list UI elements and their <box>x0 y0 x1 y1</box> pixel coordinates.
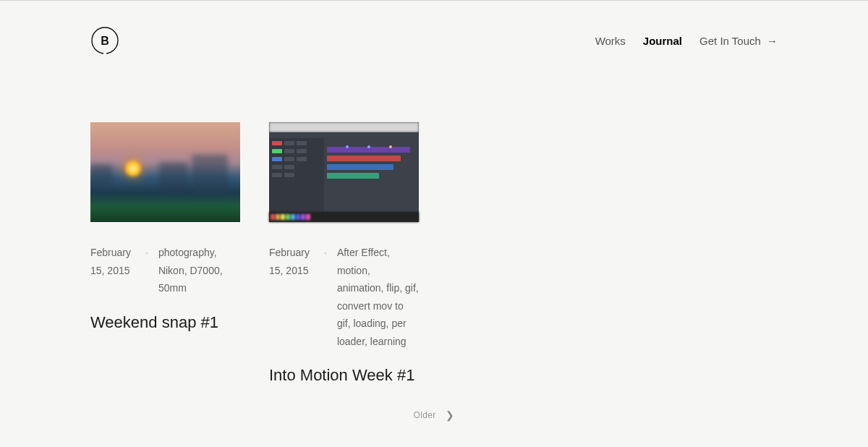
site-header: B Works Journal Get In Touch → <box>0 1 868 80</box>
pagination: Older ❯ <box>0 409 868 421</box>
post-date: February 15, 2015 <box>269 244 314 350</box>
arrow-right-icon: → <box>767 35 778 47</box>
post-date: February 15, 2015 <box>90 244 135 297</box>
thumb-shape <box>269 122 419 132</box>
page: B Works Journal Get In Touch → February … <box>0 0 868 447</box>
post-thumbnail[interactable] <box>269 122 419 222</box>
primary-nav: Works Journal Get In Touch → <box>595 35 778 47</box>
post-meta: February 15, 2015 · photography, Nikon, … <box>90 244 240 297</box>
thumb-shape <box>269 138 324 212</box>
post-tags: photography, Nikon, D7000, 50mm <box>158 244 240 297</box>
site-logo[interactable]: B <box>90 26 119 55</box>
logo-letter: B <box>101 35 109 47</box>
post-title[interactable]: Into Motion Week #1 <box>269 365 419 387</box>
chevron-right-icon[interactable]: ❯ <box>446 409 454 421</box>
thumb-shape <box>90 164 112 186</box>
thumb-shape <box>159 162 188 191</box>
post-thumbnail[interactable] <box>90 122 240 222</box>
post-title[interactable]: Weekend snap #1 <box>90 312 240 334</box>
thumb-shape <box>269 132 419 138</box>
nav-contact-label: Get In Touch <box>699 35 761 47</box>
thumb-shape <box>269 212 419 222</box>
nav-contact[interactable]: Get In Touch → <box>699 35 778 47</box>
nav-journal[interactable]: Journal <box>643 35 682 47</box>
logo-circle-icon: B <box>90 26 119 55</box>
meta-separator: · <box>145 244 148 297</box>
thumb-shape <box>324 138 419 212</box>
older-link[interactable]: Older <box>414 410 436 420</box>
post-card: February 15, 2015 · photography, Nikon, … <box>90 122 240 387</box>
meta-separator: · <box>324 244 327 350</box>
thumb-shape <box>269 138 419 212</box>
nav-works[interactable]: Works <box>595 35 626 47</box>
posts-grid: February 15, 2015 · photography, Nikon, … <box>90 122 419 387</box>
thumb-shape <box>192 155 228 195</box>
post-meta: February 15, 2015 · After Effect, motion… <box>269 244 419 350</box>
post-tags: After Effect, motion, animation, flip, g… <box>337 244 419 350</box>
sun-icon <box>125 161 141 176</box>
post-card: February 15, 2015 · After Effect, motion… <box>269 122 419 387</box>
